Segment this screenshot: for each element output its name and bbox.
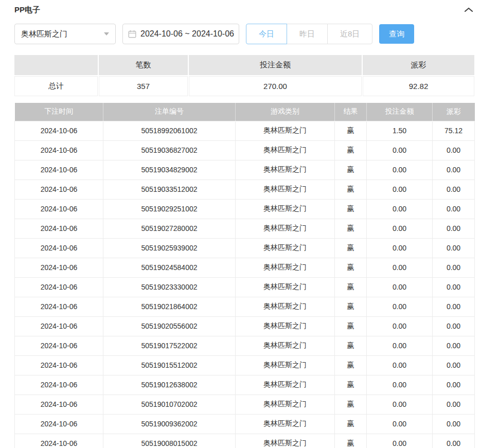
table-cell-order-id: 50519009362002 [103,414,236,434]
table-cell-order-id: 50519015512002 [103,355,236,375]
date-range-value: 2024-10-06 ~ 2024-10-06 [140,29,234,39]
summary-header-bet-amount: 投注金额 [189,55,362,75]
table-cell-bet-amount: 0.00 [367,434,433,448]
table-cell-bet-amount: 0.00 [367,238,433,258]
table-cell-result: 赢 [335,375,367,395]
table-row: 2024-10-0650519036827002奥林匹斯之门赢0.000.00 [15,140,475,160]
table-cell-payout: 0.00 [433,140,475,160]
table-cell-payout: 0.00 [433,238,475,258]
table-cell-order-id: 50519020556002 [103,316,236,336]
table-cell-result: 赢 [335,355,367,375]
table-row: 2024-10-0650519023330002奥林匹斯之门赢0.000.00 [15,277,475,297]
table-cell-payout: 0.00 [433,219,475,238]
table-cell-bet-amount: 0.00 [367,336,433,355]
table-cell-bet-amount: 0.00 [367,160,433,180]
table-cell-result: 赢 [335,219,367,238]
table-cell-bet-time: 2024-10-06 [15,375,103,395]
table-cell-game-type: 奥林匹斯之门 [236,180,335,199]
column-header-result: 结果 [335,103,367,121]
table-cell-payout: 0.00 [433,434,475,448]
panel-header: PP电子 [14,4,474,15]
table-cell-order-id: 50519034829002 [103,160,236,180]
table-cell-payout: 0.00 [433,199,475,219]
table-row: 2024-10-0650519010702002奥林匹斯之门赢0.000.00 [15,395,475,414]
table-cell-result: 赢 [335,395,367,414]
game-select[interactable]: 奥林匹斯之门 [14,24,116,44]
table-cell-result: 赢 [335,414,367,434]
range-button-yesterday[interactable]: 昨日 [287,24,328,44]
table-cell-result: 赢 [335,199,367,219]
table-cell-result: 赢 [335,297,367,316]
table-row: 2024-10-0650519033512002奥林匹斯之门赢0.000.00 [15,180,475,199]
bets-table-body: 2024-10-0650518992061002奥林匹斯之门赢1.5075.12… [15,121,475,448]
table-row: 2024-10-0650519020556002奥林匹斯之门赢0.000.00 [15,316,475,336]
table-cell-result: 赢 [335,180,367,199]
table-row: 2024-10-0650519008015002奥林匹斯之门赢0.000.00 [15,434,475,448]
table-cell-order-id: 50519010702002 [103,395,236,414]
table-row: 2024-10-0650519027280002奥林匹斯之门赢0.000.00 [15,219,475,238]
table-cell-order-id: 50519017522002 [103,336,236,355]
table-cell-bet-time: 2024-10-06 [15,219,103,238]
table-row: 2024-10-0650519012638002奥林匹斯之门赢0.000.00 [15,375,475,395]
table-cell-bet-amount: 0.00 [367,355,433,375]
table-cell-game-type: 奥林匹斯之门 [236,219,335,238]
range-button-today[interactable]: 今日 [246,24,287,44]
game-select-value: 奥林匹斯之门 [21,29,67,39]
table-cell-order-id: 50519029251002 [103,199,236,219]
table-row: 2024-10-0650519017522002奥林匹斯之门赢0.000.00 [15,336,475,355]
table-cell-bet-amount: 1.50 [367,121,433,140]
table-cell-result: 赢 [335,258,367,277]
table-cell-order-id: 50519033512002 [103,180,236,199]
table-cell-result: 赢 [335,434,367,448]
table-cell-payout: 0.00 [433,297,475,316]
search-button[interactable]: 查询 [379,24,414,44]
table-cell-bet-amount: 0.00 [367,297,433,316]
table-cell-bet-time: 2024-10-06 [15,258,103,277]
table-cell-game-type: 奥林匹斯之门 [236,140,335,160]
table-cell-bet-time: 2024-10-06 [15,434,103,448]
caret-down-icon [104,32,109,35]
table-cell-bet-amount: 0.00 [367,140,433,160]
table-cell-game-type: 奥林匹斯之门 [236,336,335,355]
table-cell-bet-time: 2024-10-06 [15,277,103,297]
table-cell-order-id: 50518992061002 [103,121,236,140]
column-header-bet-time: 下注时间 [15,103,103,121]
table-cell-payout: 0.00 [433,316,475,336]
table-cell-game-type: 奥林匹斯之门 [236,160,335,180]
bets-table: 下注时间 注单编号 游戏类别 结果 投注金额 派彩 2024-10-065051… [14,103,475,448]
summary-count-value: 357 [99,76,188,96]
table-cell-bet-amount: 0.00 [367,258,433,277]
filter-bar: 奥林匹斯之门 2024-10-06 ~ 2024-10-06 今日 昨日 近8日… [14,24,474,44]
table-cell-game-type: 奥林匹斯之门 [236,238,335,258]
table-cell-bet-time: 2024-10-06 [15,140,103,160]
table-cell-result: 赢 [335,277,367,297]
chevron-up-icon[interactable] [463,6,474,13]
table-cell-game-type: 奥林匹斯之门 [236,316,335,336]
table-cell-payout: 0.00 [433,277,475,297]
table-cell-bet-amount: 0.00 [367,316,433,336]
table-cell-payout: 0.00 [433,395,475,414]
table-row: 2024-10-0650519009362002奥林匹斯之门赢0.000.00 [15,414,475,434]
table-cell-payout: 0.00 [433,160,475,180]
table-cell-result: 赢 [335,336,367,355]
table-cell-bet-time: 2024-10-06 [15,316,103,336]
table-cell-order-id: 50519036827002 [103,140,236,160]
table-row: 2024-10-0650519024584002奥林匹斯之门赢0.000.00 [15,258,475,277]
table-cell-payout: 0.00 [433,414,475,434]
range-button-last8days[interactable]: 近8日 [327,24,372,44]
table-cell-order-id: 50519024584002 [103,258,236,277]
table-row: 2024-10-0650519029251002奥林匹斯之门赢0.000.00 [15,199,475,219]
summary-corner-cell [14,55,98,75]
table-cell-bet-time: 2024-10-06 [15,238,103,258]
table-cell-order-id: 50519027280002 [103,219,236,238]
quick-range-group: 今日 昨日 近8日 [246,24,372,44]
pp-electronic-panel: PP电子 奥林匹斯之门 2024-10-06 ~ 2024-10-06 今日 昨… [0,0,480,448]
table-cell-bet-amount: 0.00 [367,180,433,199]
bets-table-header-row: 下注时间 注单编号 游戏类别 结果 投注金额 派彩 [15,103,475,121]
table-row: 2024-10-0650519021864002奥林匹斯之门赢0.000.00 [15,297,475,316]
table-cell-game-type: 奥林匹斯之门 [236,199,335,219]
table-cell-bet-time: 2024-10-06 [15,297,103,316]
date-range-input[interactable]: 2024-10-06 ~ 2024-10-06 [122,24,239,44]
table-cell-order-id: 50519008015002 [103,434,236,448]
table-cell-order-id: 50519021864002 [103,297,236,316]
